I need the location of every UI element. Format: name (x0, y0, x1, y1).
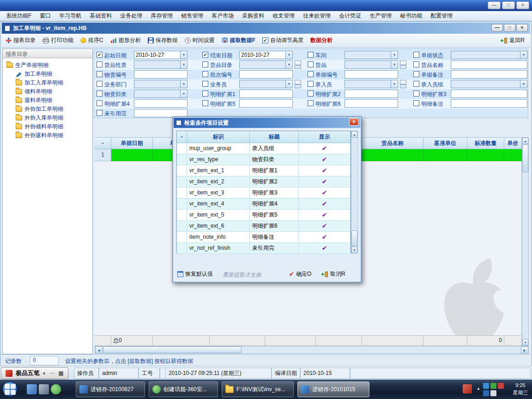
grid-row1-cell-9[interactable] (504, 149, 522, 161)
vertical-scroll-thumb[interactable] (522, 145, 528, 172)
taskbar-button-3[interactable]: F:\INV测试\inv_se... (222, 381, 294, 397)
dialog-scroll-thumb[interactable] (351, 230, 357, 246)
tree-item-2[interactable]: 加工入库单明细 (3, 79, 92, 87)
filter-field-3[interactable]: ▼ (345, 51, 398, 59)
filter-checkbox-7[interactable] (308, 61, 314, 67)
dialog-row-vr_item_ext_4[interactable]: vr_item_ext_4明细扩展4✔ (177, 199, 351, 210)
data-analysis-button[interactable]: 数据分析 (310, 36, 332, 44)
menu-item-1[interactable]: 系统功能F (2, 11, 36, 21)
filter-checkbox-2[interactable]: ✔ (202, 52, 208, 58)
scroll-up-icon[interactable]: ▲ (522, 138, 528, 144)
grid-column-header-9[interactable]: 单价 (504, 137, 522, 149)
dialog-row-item_note_info[interactable]: item_note_info明细备注✔ (177, 232, 351, 243)
dialog-show-check[interactable]: ✔ (299, 165, 351, 176)
child-restore-button[interactable]: □ (504, 24, 515, 32)
vertical-scrollbar[interactable]: ▲ ▼ (522, 137, 529, 346)
tray-shield-icon[interactable] (490, 383, 496, 389)
filter-checkbox-17[interactable] (97, 91, 103, 97)
menu-item-10[interactable]: 收支管理 (268, 11, 299, 21)
quicklaunch-icon-2[interactable] (39, 384, 49, 394)
dialog-row-vr_item_ext_6[interactable]: vr_item_ext_6明细扩展6✔ (177, 221, 351, 232)
filter-field-19[interactable] (345, 90, 398, 98)
filter-checkbox-8[interactable] (413, 61, 419, 67)
scroll-left-icon[interactable]: ◀ (95, 346, 103, 353)
filter-checkbox-13[interactable] (97, 81, 103, 87)
dialog-row-mup_user_group[interactable]: mup_user_group录入员组✔ (177, 143, 351, 154)
dialog-show-check[interactable]: ✔ (299, 199, 351, 210)
auto-height-checkbox[interactable]: ✔ (262, 37, 268, 43)
keyboard-icon[interactable]: ▦ (58, 370, 63, 376)
child-close-button[interactable]: × (516, 24, 528, 32)
tray-network-icon[interactable] (483, 383, 489, 389)
dropdown-arrow-icon[interactable]: ▼ (180, 80, 187, 88)
filter-checkbox-5[interactable] (97, 61, 103, 67)
child-window-titlebar[interactable]: 加工单明细 - vr_item_rep.HB — □ × (2, 23, 530, 34)
filter-checkbox-1[interactable]: ✔ (97, 52, 103, 58)
menu-item-14[interactable]: 秘书功能 (396, 11, 426, 21)
tray-red-icon[interactable] (498, 383, 504, 389)
grid-row1-cell-6[interactable] (362, 149, 423, 161)
halfwidth-toggle-icon[interactable]: ◐ (43, 370, 46, 376)
menu-item-9[interactable]: 采购资料 (238, 11, 268, 21)
dialog-row-vr_item_ext_1[interactable]: vr_item_ext_1明细扩展1✔ (177, 165, 351, 176)
filter-checkbox-6[interactable] (202, 61, 208, 67)
dropdown-arrow-icon[interactable]: ▼ (520, 51, 527, 59)
filter-checkbox-22[interactable] (202, 100, 208, 106)
filter-checkbox-3[interactable] (308, 52, 314, 58)
filter-field-6[interactable]: ▼ (239, 60, 293, 69)
tree-item-4[interactable]: 退料单明细 (3, 96, 92, 105)
filter-field-23[interactable] (345, 99, 398, 108)
taskbar-button-1[interactable]: 进销存-20100827 (76, 381, 145, 397)
filter-field-22[interactable] (239, 99, 293, 108)
browse-button[interactable]: … (400, 80, 406, 88)
dropdown-arrow-icon[interactable]: ▼ (391, 51, 398, 59)
filter-checkbox-4[interactable] (413, 52, 419, 58)
grid-row1-cell-8[interactable] (467, 149, 504, 161)
filter-field-18[interactable] (239, 90, 293, 98)
filter-checkbox-11[interactable] (308, 71, 314, 77)
dialog-row-vr_item_ext_3[interactable]: vr_item_ext_3明细扩展3✔ (177, 187, 351, 199)
dialog-show-check[interactable]: ✔ (299, 154, 351, 165)
filter-field-9[interactable] (134, 70, 187, 79)
menu-item-11[interactable]: 往来款管理 (299, 11, 335, 21)
tray-app-icon[interactable] (463, 384, 472, 393)
extract-data-button[interactable]: 提取数据F (222, 36, 255, 44)
menu-item-3[interactable]: 学习导航 (55, 11, 85, 21)
grid-column-header-0[interactable]: - (95, 137, 111, 149)
filter-checkbox-24[interactable] (413, 100, 419, 106)
tray-blue-icon[interactable] (483, 390, 489, 396)
filter-checkbox-12[interactable] (413, 71, 419, 77)
tree-item-1[interactable]: 加工单明细 (3, 70, 92, 79)
dialog-row-vr_item_ext_5[interactable]: vr_item_ext_5明细扩展5✔ (177, 210, 351, 221)
taskbar-clock[interactable]: 9:25 星期三 (510, 382, 531, 397)
filter-checkbox-16[interactable] (413, 81, 419, 87)
menu-item-12[interactable]: 会计凭证 (335, 11, 365, 21)
filter-field-11[interactable] (345, 70, 398, 79)
filter-checkbox-10[interactable] (202, 71, 208, 77)
dropdown-arrow-icon[interactable]: ▼ (391, 61, 398, 68)
filter-field-14[interactable]: ▼ (239, 80, 293, 88)
filter-field-12[interactable] (451, 70, 527, 79)
dialog-close-icon[interactable]: × (349, 118, 359, 126)
dropdown-arrow-icon[interactable]: ▼ (180, 90, 187, 97)
menu-item-2[interactable]: 窗口 (36, 11, 55, 21)
browse-button[interactable]: … (295, 60, 301, 69)
dialog-show-check[interactable]: ✔ (299, 143, 351, 154)
time-setting-button[interactable]: 时间设置 (185, 36, 215, 44)
dropdown-arrow-icon[interactable]: ▼ (285, 61, 292, 68)
browse-button[interactable]: … (400, 60, 406, 69)
filter-field-15[interactable]: ▼ (345, 80, 398, 88)
tree-item-7[interactable]: 外协领料单明细 (3, 122, 92, 131)
menu-item-13[interactable]: 生产管理 (365, 11, 396, 21)
menu-item-6[interactable]: 库存管理 (146, 11, 177, 21)
menu-item-15[interactable]: 配置管理 (426, 11, 457, 21)
tree-item-3[interactable]: 领料单明细 (3, 87, 92, 96)
tree-item-8[interactable]: 外协退料单明细 (3, 131, 92, 140)
report-directory-button[interactable]: 报表目录 (6, 36, 36, 44)
browse-button[interactable]: … (295, 80, 301, 88)
filter-checkbox-9[interactable] (97, 71, 103, 77)
tree-root-item[interactable]: 生产单据明细 (3, 61, 92, 70)
tray-volume-icon[interactable] (490, 390, 496, 396)
cancel-button[interactable]: 取消R (321, 270, 345, 278)
filter-field-5[interactable]: ▼ (134, 60, 187, 69)
